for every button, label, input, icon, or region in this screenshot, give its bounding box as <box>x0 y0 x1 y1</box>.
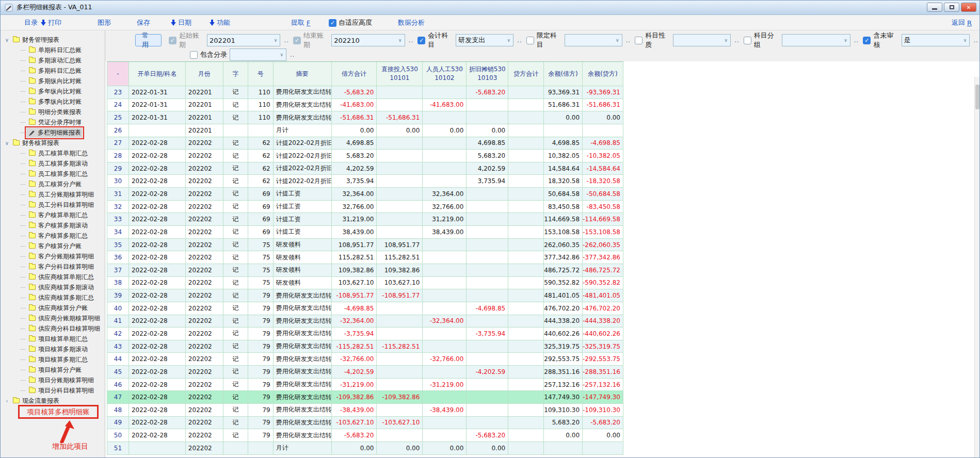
table-row[interactable]: 26 202201 月计 0.00 0.00 0.00 0.00 <box>107 124 623 137</box>
minimize-button[interactable] <box>927 3 942 12</box>
table-row[interactable]: 50 2022-02-28 202202 记 79 费用化研发支出结转 -5,6… <box>107 429 623 442</box>
tree-item[interactable]: 项目核算多期汇总 <box>1 354 105 365</box>
tree-item[interactable]: 多期纵向比对账 <box>1 76 105 86</box>
table-row[interactable]: 27 2022-02-28 202202 记 62 计提2022-02月折旧 4… <box>107 137 623 150</box>
toolbar-menu-item[interactable]: 打印 <box>41 18 61 27</box>
filter-combobox[interactable]: ∨ <box>230 48 286 61</box>
more-button[interactable]: .. <box>290 51 295 58</box>
tree-item[interactable]: 多期滚动汇总账 <box>1 55 105 66</box>
tree-item[interactable]: 客户核算分户账 <box>1 241 105 251</box>
tree-item[interactable]: 多季纵向比对账 <box>1 96 105 107</box>
common-filter-button[interactable]: 常用 <box>135 34 162 46</box>
filter-checkbox[interactable] <box>744 37 751 44</box>
table-row[interactable]: 40 2022-02-28 202202 记 79 费用化研发支出结转 -4,6… <box>107 302 623 315</box>
table-row[interactable]: 24 2022-01-31 202201 记 110 费用化研发支出结转 -41… <box>107 99 623 112</box>
more-button[interactable]: .. <box>517 37 522 44</box>
tree-item[interactable]: 凭证分录序时簿 <box>1 117 105 127</box>
filter-checkbox[interactable] <box>635 37 642 44</box>
tree-item[interactable]: 员工核算多期滚动 <box>1 158 105 169</box>
table-row[interactable]: 48 2022-02-28 202202 记 79 费用化研发支出结转 -38,… <box>107 404 623 417</box>
tree-item[interactable]: 员工核算单期汇总 <box>1 148 105 158</box>
table-row[interactable]: 33 2022-02-28 202202 记 69 计提工资 31,219.00… <box>107 213 623 226</box>
tree-item[interactable]: 项目分科目核算明细 <box>1 385 105 396</box>
scrollbar-thumb[interactable] <box>975 85 979 109</box>
table-row[interactable]: 31 2022-02-28 202202 记 69 计提工资 32,364.00… <box>107 188 623 201</box>
more-button[interactable]: .. <box>284 37 289 44</box>
table-row[interactable]: 37 2022-02-28 202202 记 75 研发领料 109,382.8… <box>107 264 623 277</box>
tree-item[interactable]: 多期科目汇总账 <box>1 66 105 76</box>
table-row[interactable]: 51 202202 月计 0.00 0.00 0.00 0.00 <box>107 442 623 455</box>
tree-item[interactable]: 多年纵向比对账 <box>1 86 105 96</box>
filter-combobox[interactable]: ∨ <box>782 34 850 46</box>
table-row[interactable]: 38 2022-02-28 202202 记 75 研发领料 103,627.1… <box>107 277 623 290</box>
vertical-scrollbar[interactable] <box>974 77 979 458</box>
more-button[interactable]: .. <box>626 37 631 44</box>
filter-checkbox[interactable] <box>293 37 301 44</box>
back-button[interactable]: 返回R <box>952 18 972 27</box>
data-analysis-button[interactable]: 数据分析 <box>398 18 425 27</box>
table-row[interactable]: 44 2022-02-28 202202 记 79 费用化研发支出结转 -32,… <box>107 353 623 366</box>
tree-item[interactable]: 明细分类账报表 <box>1 107 105 117</box>
table-row[interactable]: 29 2022-02-28 202202 记 62 计提2022-02月折旧 4… <box>107 162 623 175</box>
toolbar-menu-item[interactable]: 保存 <box>137 18 150 27</box>
tree-item[interactable]: 供应商分科目核算明细 <box>1 323 105 334</box>
filter-checkbox[interactable] <box>526 37 534 44</box>
tree-item[interactable]: 供应商核算多期滚动 <box>1 282 105 292</box>
tree-item[interactable]: 员工核算多期汇总 <box>1 169 105 179</box>
tree-item[interactable]: 客户核算单期汇总 <box>1 210 105 220</box>
tree-item[interactable]: 供应商核算多期汇总 <box>1 292 105 303</box>
tree-item[interactable]: 供应商分账期核算明细 <box>1 313 105 323</box>
more-button[interactable]: .. <box>409 37 414 44</box>
tree-item[interactable]: 客户核算多期滚动 <box>1 220 105 231</box>
filter-checkbox[interactable] <box>190 51 198 59</box>
tree-item[interactable]: 项目核算多期滚动 <box>1 344 105 354</box>
tree-item[interactable]: 供应商核算单期汇总 <box>1 272 105 282</box>
tree-item[interactable]: › 现金流量报表 <box>1 396 105 406</box>
tree-item[interactable]: 单期科目汇总账 <box>1 45 105 55</box>
filter-checkbox[interactable] <box>863 37 871 44</box>
table-row[interactable]: 30 2022-02-28 202202 记 62 计提2022-02月折旧 3… <box>107 175 623 188</box>
expander-icon[interactable]: ∨ <box>4 140 10 146</box>
tree-item[interactable]: 客户核算多期汇总 <box>1 231 105 241</box>
table-row[interactable]: 47 2022-02-28 202202 记 79 费用化研发支出结转 -109… <box>107 391 623 404</box>
more-button[interactable]: .. <box>734 37 740 44</box>
table-row[interactable]: 35 2022-02-28 202202 记 75 研发领料 108,951.7… <box>107 239 623 252</box>
tree-item[interactable]: 供应商核算分户账 <box>1 303 105 313</box>
toolbar-menu-item[interactable]: 日期 <box>171 18 191 27</box>
maximize-button[interactable] <box>944 3 959 12</box>
table-row[interactable]: 36 2022-02-28 202202 记 75 研发领料 115,282.5… <box>107 251 623 264</box>
autofit-toggle[interactable]: ✓ 自适应高度 <box>329 18 372 27</box>
tree-item[interactable]: 客户分科目核算明细 <box>1 261 105 272</box>
filter-checkbox[interactable] <box>169 37 176 44</box>
table-row[interactable]: 39 2022-02-28 202202 记 79 费用化研发支出结转 -108… <box>107 289 623 302</box>
table-row[interactable]: 43 2022-02-28 202202 记 79 费用化研发支出结转 -115… <box>107 340 623 353</box>
tree-item[interactable]: ∨ 财务管理报表 <box>1 35 105 45</box>
more-button[interactable]: .. <box>854 37 859 44</box>
toolbar-menu-item[interactable]: 功能 <box>210 18 230 27</box>
tree-item[interactable]: ∨ 财务核算报表 <box>1 138 105 148</box>
table-row[interactable]: 25 2022-01-31 202201 记 110 费用化研发支出结转 -51… <box>107 111 623 124</box>
close-button[interactable]: ✕ <box>961 3 976 12</box>
table-row[interactable]: 32 2022-02-28 202202 记 69 计提工资 32,766.00… <box>107 201 623 214</box>
more-button[interactable]: .. <box>973 37 978 44</box>
table-row[interactable]: 45 2022-02-28 202202 记 79 费用化研发支出结转 -4,2… <box>107 366 623 379</box>
table-row[interactable]: 23 2022-01-31 202201 记 110 费用化研发支出结转 -5,… <box>107 86 623 99</box>
expander-icon[interactable]: › <box>4 398 10 404</box>
table-row[interactable]: 41 2022-02-28 202202 记 79 费用化研发支出结转 -32,… <box>107 315 623 328</box>
tree-item[interactable]: 客户分账期核算明细 <box>1 251 105 261</box>
expander-icon[interactable]: ∨ <box>4 37 10 43</box>
filter-combobox[interactable]: ∨ <box>565 34 622 46</box>
tree-item[interactable]: 项目分账期核算明细 <box>1 375 105 385</box>
tree-item[interactable]: 项目核算分户账 <box>1 365 105 375</box>
filter-combobox[interactable]: 研发支出∨ <box>456 34 513 46</box>
toolbar-menu-item[interactable]: 目录 <box>24 18 38 27</box>
filter-combobox[interactable]: 是∨ <box>902 34 970 46</box>
toolbar-menu-item[interactable]: 图形 <box>98 18 111 27</box>
filter-combobox[interactable]: ∨ <box>673 34 731 46</box>
filter-combobox[interactable]: 202210∨ <box>331 34 405 46</box>
tree-item[interactable]: 多栏明细账报表 <box>1 127 105 138</box>
tree-item[interactable]: 员工分账期核算明细 <box>1 189 105 200</box>
extract-button[interactable]: 提取F <box>291 18 310 27</box>
tree-item[interactable]: 员工分科目核算明细 <box>1 200 105 210</box>
filter-combobox[interactable]: 202201∨ <box>207 34 280 46</box>
